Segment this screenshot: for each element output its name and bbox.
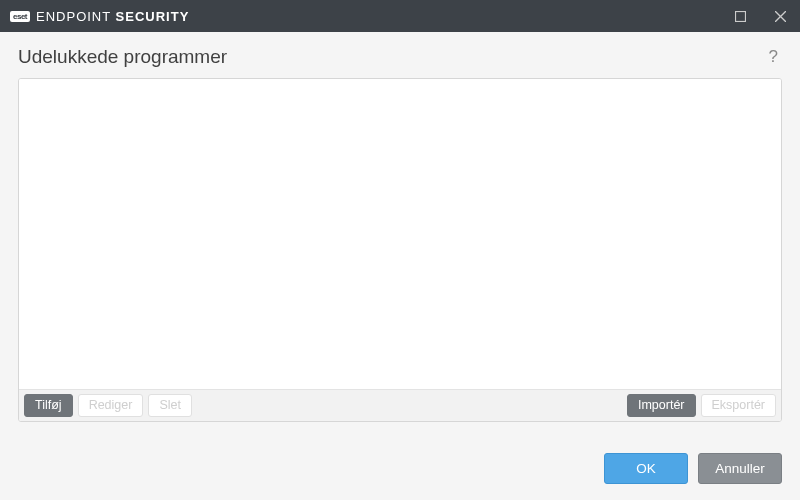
add-button[interactable]: Tilføj	[24, 394, 73, 417]
help-button[interactable]: ?	[765, 47, 782, 67]
dialog-footer: OK Annuller	[18, 435, 782, 484]
product-name-light: ENDPOINT	[36, 9, 116, 24]
cancel-button[interactable]: Annuller	[698, 453, 782, 484]
logo-badge: eset	[10, 11, 30, 22]
export-button: Eksportér	[701, 394, 777, 417]
titlebar: eset ENDPOINT SECURITY	[0, 0, 800, 32]
excluded-apps-list[interactable]	[19, 79, 781, 389]
maximize-icon	[735, 11, 746, 22]
svg-rect-0	[735, 11, 745, 21]
header-row: Udelukkede programmer ?	[18, 46, 782, 68]
panel-toolbar: Tilføj Rediger Slet Importér Eksportér	[19, 389, 781, 421]
maximize-button[interactable]	[720, 0, 760, 32]
close-icon	[775, 11, 786, 22]
delete-button: Slet	[148, 394, 192, 417]
app-logo: eset ENDPOINT SECURITY	[10, 9, 189, 24]
import-button[interactable]: Importér	[627, 394, 696, 417]
page-title: Udelukkede programmer	[18, 46, 765, 68]
dialog-body: Udelukkede programmer ? Tilføj Rediger S…	[0, 32, 800, 500]
excluded-apps-panel: Tilføj Rediger Slet Importér Eksportér	[18, 78, 782, 422]
close-button[interactable]	[760, 0, 800, 32]
product-name-bold: SECURITY	[116, 9, 190, 24]
ok-button[interactable]: OK	[604, 453, 688, 484]
edit-button: Rediger	[78, 394, 144, 417]
product-name: ENDPOINT SECURITY	[36, 9, 189, 24]
